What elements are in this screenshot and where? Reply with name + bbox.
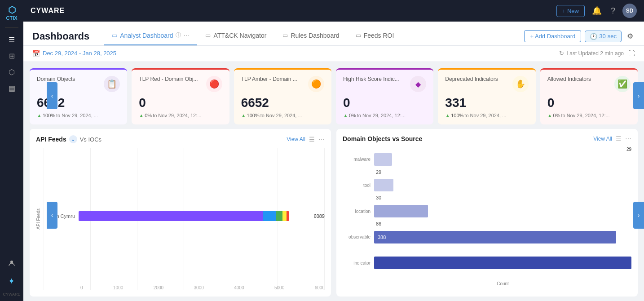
tab-attack-navigator[interactable]: ▭ ATT&CK Navigator (197, 27, 274, 45)
sidebar-item-chart[interactable]: ▤ (4, 80, 20, 96)
sidebar-item-user[interactable] (4, 255, 20, 271)
bar-segment-blue (263, 211, 276, 221)
hbar-row-location: location 86 (343, 203, 631, 220)
new-button[interactable]: + New (556, 5, 585, 17)
bar-segment-green (276, 211, 282, 221)
trend-arrow-1: ▲ (37, 113, 42, 118)
svg-point-0 (10, 261, 13, 263)
sidebar: ⬡ CTIX ☰ ⊞ ⬡ ▤ ✦ CYWARE (0, 0, 23, 301)
dashboard-header-actions: + Add Dashboard 🕐 30 sec ⚙ (524, 30, 635, 42)
tab-analyst-dashboard[interactable]: ▭ Analyst Dashboard ⓘ ⋯ (104, 27, 197, 45)
card-trend-6: ▲ 0% to Nov 29, 2024, 12:... (547, 113, 631, 118)
help-icon[interactable]: ? (609, 4, 617, 18)
hbar-row-malware: malware 29 (343, 151, 631, 168)
sidebar-item-menu[interactable]: ☰ (4, 31, 20, 48)
logo-icon: ⬡ (6, 4, 17, 15)
api-feeds-more-icon[interactable]: ⋯ (318, 136, 325, 143)
domain-objects-view-all[interactable]: View All (593, 136, 612, 142)
calendar-icon: 📅 (32, 50, 40, 57)
cards-nav-left[interactable]: ‹ (47, 82, 57, 109)
user-avatar[interactable]: SD (622, 4, 637, 18)
trend-pct-5: 100% (451, 113, 463, 118)
hbar-label-malware: malware (343, 157, 374, 162)
brand-name: CYWARE (31, 7, 65, 15)
hbar-row-indicator: indicator (343, 254, 631, 271)
api-feeds-table-icon[interactable]: ☰ (309, 136, 315, 143)
card-value-6: 0 (547, 96, 631, 110)
hbar-label-indicator: indicator (343, 261, 374, 266)
sidebar-item-home[interactable]: ⊞ (4, 48, 20, 64)
tab-icon-rules: ▭ (282, 32, 288, 39)
timer-badge[interactable]: 🕐 30 sec (585, 31, 622, 42)
api-feeds-title-text: API Feeds (36, 136, 66, 143)
charts-wrapper: API Feeds ⌄ Vs IOCs View All ☰ ⋯ API Fee… (23, 129, 644, 301)
add-dashboard-button[interactable]: + Add Dashboard (524, 30, 581, 42)
tab-label-feeds: Feeds ROI (364, 32, 394, 39)
domain-objects-bars-container: 29 malware 29 tool (343, 147, 631, 290)
trend-arrow-5: ▲ (445, 113, 450, 118)
sidebar-logo: ⬡ CTIX (6, 4, 17, 21)
domain-objects-chart-header: Domain Objects vs Source View All ☰ ⋯ (343, 135, 631, 142)
card-icon-4: ◆ (410, 76, 426, 92)
stat-card-tlp-red: TLP Red - Domain Obj... 🔴 0 ▲ 0% to Nov … (132, 68, 229, 124)
sidebar-brand-label: CYWARE (3, 292, 20, 297)
hbar-track-indicator (374, 257, 631, 269)
hbar-label-observable: observable (343, 235, 374, 239)
card-title-3: TLP Amber - Domain ... (241, 76, 297, 83)
trend-pct-6: 0% (553, 113, 560, 118)
bar-segment-yellow (282, 211, 287, 221)
domain-objects-more-icon[interactable]: ⋯ (625, 135, 631, 142)
date-bar: 📅 Dec 29, 2024 - Jan 28, 2025 ↻ Last Upd… (23, 46, 644, 62)
sidebar-item-network[interactable]: ⬡ (4, 64, 20, 80)
card-icon-2: 🔴 (206, 76, 222, 92)
card-title-5: Deprecated Indicators (445, 76, 498, 83)
card-trend-1: ▲ 100% to Nov 29, 2024, ... (37, 113, 120, 118)
expand-icon[interactable]: ⛶ (628, 49, 635, 57)
dashboard-header-top: Dashboards ▭ Analyst Dashboard ⓘ ⋯ ▭ ATT… (32, 22, 635, 45)
domain-objects-chart-title: Domain Objects vs Source (343, 135, 422, 142)
domain-objects-chart-body: 29 malware 29 tool (343, 147, 631, 290)
card-icon-6: ✅ (614, 76, 631, 92)
stat-card-deprecated: Deprecated Indicators ✋ 331 ▲ 100% to No… (438, 68, 535, 124)
charts-nav-right[interactable]: › (633, 202, 644, 229)
card-value-3: 6652 (241, 96, 324, 110)
bar-fill-team-cymru (79, 211, 289, 221)
trend-label-3: to Nov 29, 2024, ... (260, 113, 302, 118)
sidebar-item-ctix[interactable]: ✦ (4, 273, 20, 289)
trend-arrow-4: ▲ (343, 113, 348, 118)
api-feeds-dropdown-icon[interactable]: ⌄ (69, 135, 77, 143)
hbar-fill-tool (374, 179, 393, 191)
domain-objects-table-icon[interactable]: ☰ (616, 135, 622, 142)
domain-objects-right-label: 29 (626, 147, 631, 152)
tab-icon-analyst: ▭ (112, 32, 117, 39)
ctix-label: CTIX (6, 15, 17, 21)
charts-nav-left[interactable]: ‹ (47, 202, 57, 229)
api-feeds-chart-title: API Feeds ⌄ Vs IOCs (36, 135, 101, 143)
bar-count-team-cymru: 6089 (314, 213, 325, 219)
api-feeds-chart-actions: View All ☰ ⋯ (287, 136, 325, 143)
api-feeds-chart-inner: Team Cymru (44, 148, 325, 290)
trend-label-4: to Nov 29, 2024, 12:... (357, 113, 406, 118)
cards-nav-right[interactable]: › (633, 82, 644, 109)
tab-rules-dashboard[interactable]: ▭ Rules Dashboard (274, 27, 347, 45)
date-range-picker[interactable]: 📅 Dec 29, 2024 - Jan 28, 2025 (32, 50, 116, 57)
trend-pct-1: 100% (43, 113, 55, 118)
card-header-3: TLP Amber - Domain ... 🟠 (241, 76, 324, 92)
api-feeds-chart-panel: API Feeds ⌄ Vs IOCs View All ☰ ⋯ API Fee… (30, 129, 331, 297)
tab-more-icon[interactable]: ⋯ (184, 32, 189, 39)
stat-card-allowed: Allowed Indicators ✅ 0 ▲ 0% to Nov 29, 2… (540, 68, 638, 124)
hbar-row-observable: observable 388 (343, 229, 631, 246)
dashboard-settings-icon[interactable]: ⚙ (625, 30, 635, 42)
hbar-label-tool: tool (343, 183, 374, 188)
card-trend-3: ▲ 100% to Nov 29, 2024, ... (241, 113, 324, 118)
hbar-value-malware: 29 (376, 169, 381, 175)
api-feeds-subtitle: Vs IOCs (80, 136, 101, 143)
stat-cards-row: Domain Objects 📋 6652 ▲ 100% to Nov 29, … (23, 62, 644, 129)
tab-feeds-roi[interactable]: ▭ Feeds ROI (348, 27, 402, 45)
notification-icon[interactable]: 🔔 (590, 4, 604, 18)
card-title-4: High Risk Score Indic... (343, 76, 399, 83)
tab-label-attack: ATT&CK Navigator (213, 32, 266, 39)
api-feeds-view-all[interactable]: View All (287, 136, 305, 142)
sidebar-divider (5, 27, 18, 28)
card-trend-5: ▲ 100% to Nov 29, 2024, ... (445, 113, 528, 118)
